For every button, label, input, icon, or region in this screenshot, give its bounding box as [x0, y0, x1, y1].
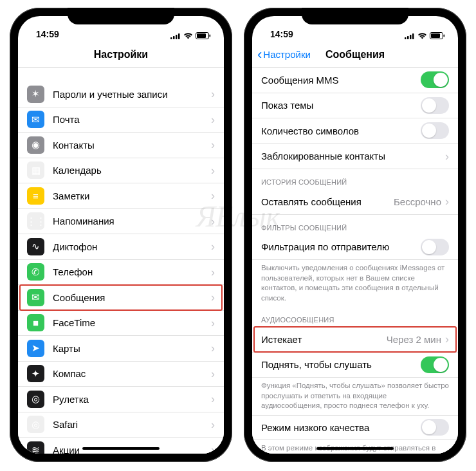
- section-footer-filters: Выключить уведомления о сообщениях iMess…: [252, 260, 458, 307]
- chevron-right-icon: ›: [211, 266, 215, 278]
- toggle-lowq[interactable]: [421, 419, 449, 436]
- phone-right: 14:59 ‹ Настройки Сообщения Сообщения MM…: [244, 8, 466, 462]
- row-label: Оставлять сообщения: [261, 196, 394, 207]
- row-label: FaceTime: [53, 317, 207, 328]
- home-indicator[interactable]: [316, 447, 394, 450]
- chevron-right-icon: ›: [445, 333, 449, 345]
- row-label: Количество символов: [261, 125, 421, 136]
- row-raise-listen[interactable]: Поднять, чтобы слушать: [252, 353, 458, 378]
- chevron-right-icon: ›: [211, 190, 215, 201]
- chevron-right-icon: ›: [445, 151, 449, 162]
- toggle-filter[interactable]: [421, 239, 449, 255]
- row-keep-messages[interactable]: Оставлять сообщения Бессрочно ›: [252, 189, 458, 215]
- home-indicator[interactable]: [82, 447, 160, 450]
- chevron-right-icon: ›: [211, 165, 215, 176]
- row-low-quality[interactable]: Режим низкого качества: [252, 415, 458, 441]
- row-label: Поднять, чтобы слушать: [261, 359, 421, 370]
- row-label: Контакты: [53, 140, 207, 151]
- row-label: Режим низкого качества: [261, 422, 421, 433]
- messages-settings[interactable]: Сообщения MMS Показ темы Количество симв…: [252, 68, 458, 454]
- settings-row-facetime[interactable]: ■ FaceTime ›: [18, 311, 224, 337]
- settings-row-compass[interactable]: ✦ Компас ›: [18, 362, 224, 387]
- row-filter-unknown[interactable]: Фильтрация по отправителю: [252, 235, 458, 261]
- voice-memos-icon: ∿: [27, 238, 44, 255]
- chevron-right-icon: ›: [211, 216, 215, 227]
- settings-row-stocks[interactable]: ≋ Акции ›: [18, 438, 224, 454]
- row-label: Телефон: [53, 266, 207, 277]
- battery-icon: [430, 32, 445, 39]
- row-заблокированные контакты[interactable]: Заблокированные контакты ›: [252, 144, 458, 170]
- row-label: Рулетка: [53, 394, 207, 405]
- signal-icon: [405, 33, 415, 39]
- settings-row-calendar[interactable]: ▦ Календарь ›: [18, 158, 224, 184]
- navbar-left: Настройки: [18, 42, 224, 68]
- toggle[interactable]: [421, 97, 449, 114]
- toggle-raise[interactable]: [421, 356, 449, 373]
- row-label: Safari: [53, 419, 207, 430]
- settings-row-mail[interactable]: ✉︎ Почта ›: [18, 107, 224, 133]
- toggle[interactable]: [421, 122, 449, 139]
- compass-icon: ✦: [27, 365, 44, 382]
- svg-rect-9: [410, 35, 412, 39]
- row-label: Заметки: [53, 190, 207, 201]
- chevron-right-icon: ›: [211, 393, 215, 405]
- settings-row-notes[interactable]: ≡ Заметки ›: [18, 183, 224, 209]
- section-header-filters: ФИЛЬТРЫ СООБЩЕНИЙ: [252, 215, 458, 235]
- toggle[interactable]: [421, 71, 449, 88]
- settings-row-messages[interactable]: ✉︎ Сообщения ›: [18, 285, 224, 311]
- messages-icon: ✉︎: [27, 289, 44, 306]
- row-value: Через 2 мин: [387, 334, 441, 345]
- svg-rect-10: [412, 33, 414, 39]
- settings-row-measure[interactable]: ◎ Рулетка ›: [18, 387, 224, 412]
- row-label: Компас: [53, 368, 207, 379]
- chevron-right-icon: ›: [211, 419, 215, 430]
- row-показ темы[interactable]: Показ темы: [252, 93, 458, 119]
- wifi-icon: [417, 32, 427, 39]
- settings-row-phone[interactable]: ✆ Телефон ›: [18, 260, 224, 286]
- settings-row-key[interactable]: ✶ Пароли и учетные записи ›: [18, 82, 224, 107]
- status-icons: [170, 32, 211, 39]
- chevron-left-icon: ‹: [257, 46, 262, 63]
- page-title: Настройки: [94, 49, 148, 60]
- settings-row-contacts[interactable]: ◉ Контакты ›: [18, 133, 224, 158]
- back-button[interactable]: ‹ Настройки: [257, 46, 311, 63]
- svg-rect-7: [405, 37, 407, 39]
- chevron-right-icon: ›: [445, 196, 449, 207]
- measure-icon: ◎: [27, 391, 44, 408]
- section-header-history: ИСТОРИЯ СООБЩЕНИЙ: [252, 169, 458, 189]
- row-expire[interactable]: Истекает Через 2 мин ›: [252, 327, 458, 353]
- row-label: Заблокированные контакты: [261, 151, 441, 162]
- svg-rect-6: [210, 35, 211, 37]
- settings-row-voice-memos[interactable]: ∿ Диктофон ›: [18, 234, 224, 260]
- status-icons: [405, 32, 445, 39]
- row-label: Напоминания: [53, 216, 207, 226]
- svg-rect-0: [170, 37, 172, 39]
- row-label: Фильтрация по отправителю: [261, 241, 421, 252]
- notch: [68, 8, 174, 24]
- navbar-right: ‹ Настройки Сообщения: [252, 42, 458, 68]
- battery-icon: [196, 32, 211, 39]
- row-label: Диктофон: [53, 241, 207, 252]
- phone-icon: ✆: [27, 263, 44, 281]
- svg-rect-5: [197, 33, 206, 38]
- settings-row-safari[interactable]: ◎ Safari ›: [18, 412, 224, 438]
- notch: [302, 8, 408, 24]
- key-icon: ✶: [27, 86, 44, 103]
- settings-list[interactable]: ✶ Пароли и учетные записи › ✉︎ Почта › ◉…: [18, 68, 224, 454]
- chevron-right-icon: ›: [211, 444, 215, 454]
- safari-icon: ◎: [27, 416, 44, 433]
- settings-row-reminders[interactable]: ⋮⋮ Напоминания ›: [18, 209, 224, 235]
- contacts-icon: ◉: [27, 136, 44, 154]
- settings-row-maps[interactable]: ➤ Карты ›: [18, 336, 224, 362]
- stocks-icon: ≋: [27, 441, 44, 454]
- row-сообщения mms[interactable]: Сообщения MMS: [252, 68, 458, 93]
- wifi-icon: [183, 32, 193, 39]
- chevron-right-icon: ›: [211, 139, 215, 151]
- row-label: Сообщения: [53, 292, 207, 303]
- svg-rect-13: [444, 35, 445, 37]
- maps-icon: ➤: [27, 340, 44, 357]
- svg-rect-2: [176, 35, 178, 39]
- mail-icon: ✉︎: [27, 111, 44, 128]
- row-label: Календарь: [53, 165, 207, 176]
- row-количество символов[interactable]: Количество символов: [252, 118, 458, 144]
